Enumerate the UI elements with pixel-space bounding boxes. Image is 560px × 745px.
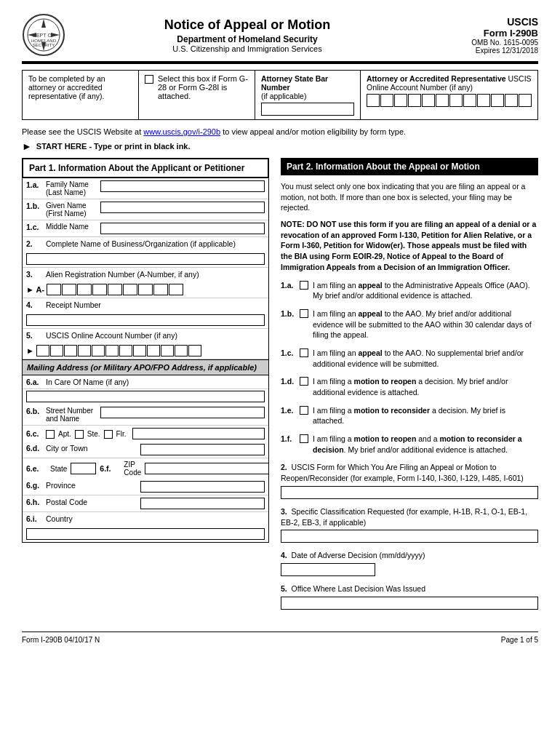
1c-checkbox[interactable] [300,348,308,357]
field4-input[interactable] [281,563,375,576]
uscis-account-input-row: ► [26,345,201,356]
acct-box-7[interactable] [449,94,463,107]
apt-number-input[interactable] [132,428,265,439]
a-box-2[interactable] [62,284,76,295]
field3-input[interactable] [281,530,538,543]
1a-checkbox[interactable] [300,281,308,290]
1e-checkbox[interactable] [300,406,308,415]
middle-name-input[interactable] [100,223,265,234]
footer-left: Form I-290B 04/10/17 N [22,636,100,644]
city-input[interactable] [140,444,265,455]
family-name-row: 1.a. Family Name(Last Name) [23,178,268,199]
province-input[interactable] [140,481,265,493]
family-name-input[interactable] [100,180,265,192]
uscis-box-3[interactable] [64,345,77,356]
acct-box-3[interactable] [394,94,407,107]
postal-code-input[interactable] [140,498,265,509]
uscis-box-2[interactable] [50,345,63,356]
a-box-9[interactable] [169,284,183,295]
6i-label: Country [46,514,73,523]
acct-box-10[interactable] [491,94,504,107]
street-input[interactable] [100,407,265,418]
receipt-number-input[interactable] [26,314,265,326]
footer-right: Page 1 of 5 [501,636,538,644]
acct-box-12[interactable] [519,94,532,107]
given-name-input[interactable] [100,202,265,213]
uscis-box-4[interactable] [78,345,91,356]
1d-item-text: I am filing a motion to reopen a decisio… [313,376,538,397]
1b-checkbox[interactable] [300,309,308,318]
acct-box-4[interactable] [408,94,421,107]
a-box-7[interactable] [138,284,153,295]
account-number-boxes [367,94,532,107]
appeal-item-1d: 1.d. I am filing a motion to reopen a de… [281,376,538,397]
acct-box-11[interactable] [505,94,518,107]
field2-group: 2. USCIS Form for Which You Are Filing a… [281,462,538,498]
flr-label: Flr. [116,430,127,438]
field3-group: 3. Specific Classification Requested (fo… [281,506,538,543]
mailing-address-header: Mailing Address (or Military APO/FPO Add… [23,359,268,375]
in-care-of-row: 6.a. In Care Of Name (if any) [23,375,268,389]
1e-item-num: 1.e. [281,405,295,416]
apt-checkbox[interactable] [46,430,55,439]
field3-label-row: 3. Specific Classification Requested (fo… [281,506,538,527]
1f-checkbox[interactable] [300,434,308,443]
uscis-box-12[interactable] [188,345,201,356]
g28-checkbox[interactable] [145,75,153,84]
uscis-box-7[interactable] [119,345,132,356]
6g-label: Province [46,481,137,490]
a-box-3[interactable] [77,284,92,295]
business-name-input[interactable] [26,253,265,265]
bar-number-input[interactable] [261,103,354,116]
a-box-4[interactable] [92,284,107,295]
state-input[interactable] [71,463,96,474]
field4-group: 4. Date of Adverse Decision (mm/dd/yyyy) [281,550,538,576]
in-care-of-input[interactable] [26,391,265,402]
uscis-account-boxes [36,345,201,356]
acct-box-2[interactable] [380,94,393,107]
agency-name: U.S. Citizenship and Immigration Service… [65,44,429,53]
zip-input[interactable] [145,463,269,474]
uscis-box-10[interactable] [161,345,174,356]
country-input[interactable] [26,528,265,540]
uscis-box-6[interactable] [105,345,119,356]
g28-label: Select this box if Form G-28 or Form G-2… [158,74,249,100]
svg-marker-6 [51,33,60,37]
uscis-box-1[interactable] [36,345,49,356]
part1-fields: 1.a. Family Name(Last Name) 1.b. Given N… [22,178,269,543]
1c-num: 1.c. [26,223,42,231]
1b-num: 1.b. [26,202,42,210]
a-box-6[interactable] [123,284,137,295]
acct-box-1[interactable] [367,94,380,107]
acct-box-6[interactable] [436,94,449,107]
6b-label: Street Numberand Name [46,407,97,423]
field5-input[interactable] [281,597,538,610]
street-row: 6.b. Street Numberand Name [23,405,268,426]
part1-section: Part 1. Information About the Applicant … [22,158,269,617]
acct-box-9[interactable] [477,94,490,107]
1d-checkbox[interactable] [300,377,308,386]
uscis-box-5[interactable] [92,345,105,356]
dept-name: Department of Homeland Security [65,34,429,44]
zip-label: ZIP Code [124,461,141,477]
field5-group: 5. Office Where Last Decision Was Issued [281,583,538,610]
acct-box-8[interactable] [463,94,476,107]
uscis-box-11[interactable] [175,345,188,356]
svg-marker-5 [41,19,46,28]
ste-checkbox[interactable] [75,430,84,439]
a-number-arrow: ► A- [26,285,44,294]
appeal-item-1a: 1.a. I am filing an appeal to the Admini… [281,280,538,301]
a-box-5[interactable] [108,284,122,295]
city-row: 6.d. City or Town [23,442,268,458]
a-box-8[interactable] [153,284,168,295]
acct-box-5[interactable] [422,94,435,107]
uscis-box-9[interactable] [147,345,160,356]
flr-checkbox[interactable] [104,430,113,439]
a-number-boxes [47,284,183,295]
a-box-1[interactable] [47,284,61,295]
1c-item-text: I am filing an appeal to the AAO. No sup… [313,348,538,369]
notice-text: Please see the USCIS Website at www.usci… [22,127,538,136]
uscis-link[interactable]: www.uscis.gov/i-290b [143,127,220,136]
uscis-box-8[interactable] [133,345,146,356]
field2-input[interactable] [281,486,538,499]
